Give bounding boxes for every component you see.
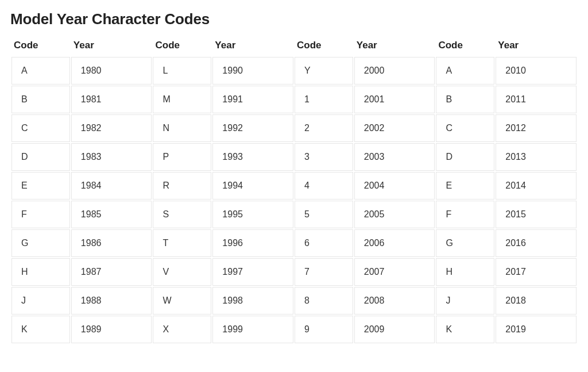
year-cell: 2001	[354, 86, 435, 113]
year-cell: 2013	[496, 143, 577, 171]
year-cell: 1989	[71, 316, 152, 343]
year-cell: 2016	[496, 229, 577, 257]
header-year: Year	[496, 37, 577, 56]
code-cell: W	[153, 287, 211, 315]
code-cell: A	[11, 57, 70, 85]
table-row: G1986T199662006G2016	[11, 229, 577, 257]
year-cell: 1980	[71, 57, 152, 85]
code-cell: G	[436, 229, 494, 257]
year-cell: 1999	[212, 316, 293, 343]
year-cell: 2004	[354, 172, 435, 200]
code-cell: 7	[295, 258, 353, 286]
year-cell: 1985	[71, 201, 152, 228]
year-cell: 1991	[212, 86, 293, 113]
code-cell: F	[11, 201, 70, 228]
header-code: Code	[11, 37, 70, 56]
code-cell: C	[436, 114, 494, 142]
code-cell: H	[436, 258, 494, 286]
code-cell: 2	[295, 114, 353, 142]
year-cell: 2019	[496, 316, 577, 343]
year-cell: 1986	[71, 229, 152, 257]
table-row: E1984R199442004E2014	[11, 172, 577, 200]
year-cell: 2002	[354, 114, 435, 142]
year-cell: 1984	[71, 172, 152, 200]
year-cell: 1992	[212, 114, 293, 142]
code-cell: V	[153, 258, 211, 286]
code-cell: B	[436, 86, 494, 113]
year-cell: 2012	[496, 114, 577, 142]
year-cell: 1988	[71, 287, 152, 315]
code-cell: E	[436, 172, 494, 200]
code-cell: D	[436, 143, 494, 171]
table-row: B1981M199112001B2011	[11, 86, 577, 113]
table-row: J1988W199882008J2018	[11, 287, 577, 315]
code-cell: 9	[295, 316, 353, 343]
code-cell: 1	[295, 86, 353, 113]
code-cell: A	[436, 57, 494, 85]
header-code: Code	[153, 37, 211, 56]
header-year: Year	[212, 37, 293, 56]
year-cell: 2014	[496, 172, 577, 200]
year-cell: 2005	[354, 201, 435, 228]
code-cell: L	[153, 57, 211, 85]
year-cell: 2009	[354, 316, 435, 343]
page-title: Model Year Character Codes	[10, 10, 578, 28]
code-cell: X	[153, 316, 211, 343]
code-cell: H	[11, 258, 70, 286]
year-cell: 1990	[212, 57, 293, 85]
year-cell: 1996	[212, 229, 293, 257]
year-cell: 1981	[71, 86, 152, 113]
year-cell: 1995	[212, 201, 293, 228]
year-cell: 1994	[212, 172, 293, 200]
table-row: K1989X199992009K2019	[11, 316, 577, 343]
code-cell: 6	[295, 229, 353, 257]
code-cell: B	[11, 86, 70, 113]
year-cell: 1993	[212, 143, 293, 171]
model-year-codes-table: Code Year Code Year Code Year Code Year …	[10, 36, 578, 344]
code-cell: F	[436, 201, 494, 228]
code-cell: K	[436, 316, 494, 343]
table-body: A1980L1990Y2000A2010B1981M199112001B2011…	[11, 57, 577, 343]
code-cell: D	[11, 143, 70, 171]
code-cell: 3	[295, 143, 353, 171]
code-cell: 5	[295, 201, 353, 228]
code-cell: M	[153, 86, 211, 113]
table-row: D1983P199332003D2013	[11, 143, 577, 171]
year-cell: 2010	[496, 57, 577, 85]
code-cell: C	[11, 114, 70, 142]
code-cell: K	[11, 316, 70, 343]
year-cell: 2018	[496, 287, 577, 315]
year-cell: 2006	[354, 229, 435, 257]
year-cell: 2000	[354, 57, 435, 85]
year-cell: 1982	[71, 114, 152, 142]
year-cell: 1997	[212, 258, 293, 286]
header-year: Year	[354, 37, 435, 56]
year-cell: 2017	[496, 258, 577, 286]
year-cell: 1998	[212, 287, 293, 315]
header-year: Year	[71, 37, 152, 56]
code-cell: G	[11, 229, 70, 257]
code-cell: Y	[295, 57, 353, 85]
year-cell: 1983	[71, 143, 152, 171]
code-cell: E	[11, 172, 70, 200]
year-cell: 2011	[496, 86, 577, 113]
code-cell: N	[153, 114, 211, 142]
year-cell: 2007	[354, 258, 435, 286]
code-cell: S	[153, 201, 211, 228]
code-cell: 4	[295, 172, 353, 200]
code-cell: J	[11, 287, 70, 315]
table-row: C1982N199222002C2012	[11, 114, 577, 142]
year-cell: 2003	[354, 143, 435, 171]
code-cell: 8	[295, 287, 353, 315]
code-cell: P	[153, 143, 211, 171]
year-cell: 2008	[354, 287, 435, 315]
code-cell: T	[153, 229, 211, 257]
year-cell: 1987	[71, 258, 152, 286]
table-row: F1985S199552005F2015	[11, 201, 577, 228]
year-cell: 2015	[496, 201, 577, 228]
table-row: A1980L1990Y2000A2010	[11, 57, 577, 85]
header-code: Code	[295, 37, 353, 56]
header-code: Code	[436, 37, 494, 56]
code-cell: R	[153, 172, 211, 200]
table-row: H1987V199772007H2017	[11, 258, 577, 286]
